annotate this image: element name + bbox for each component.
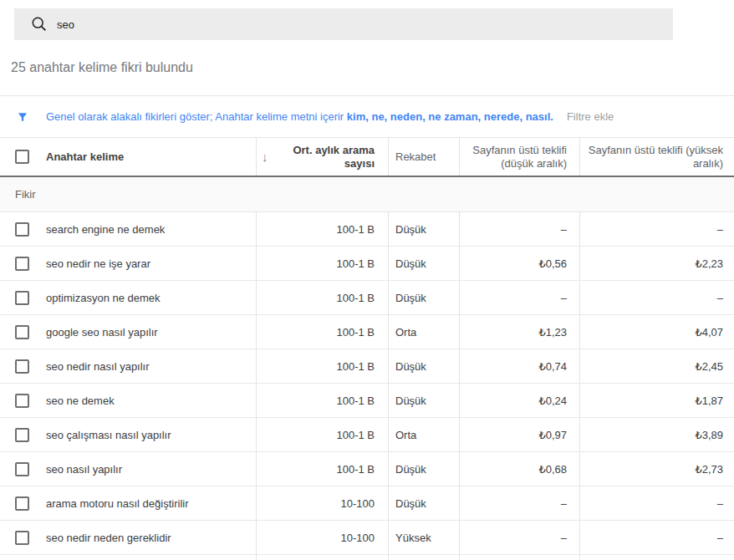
- keyword-cell: seo çalışması nasıl yapılır: [46, 429, 171, 441]
- keyword-cell: seo ne demek: [46, 395, 115, 407]
- competition-cell: Düşük: [395, 463, 426, 476]
- row-checkbox[interactable]: [15, 291, 29, 305]
- header-avg-monthly-searches-label[interactable]: Ort. aylık arama sayısı: [268, 144, 375, 171]
- search-input[interactable]: [57, 18, 592, 31]
- table-row[interactable]: seo çalışması nasıl yapılır 100-1 B Orta…: [0, 418, 734, 452]
- filter-funnel-icon: [17, 111, 28, 123]
- competition-cell: Düşük: [395, 292, 426, 304]
- bid-low-cell: ₺0,56: [538, 257, 567, 270]
- competition-cell: Düşük: [395, 257, 426, 270]
- row-checkbox[interactable]: [15, 531, 29, 545]
- competition-cell: Düşük: [395, 360, 426, 373]
- keyword-cell: seo nasıl yapılır: [46, 463, 122, 476]
- row-checkbox[interactable]: [15, 257, 29, 271]
- keyword-cell: seo nedir ne işe yarar: [46, 257, 150, 270]
- avg-monthly-searches-cell: 100-1 B: [336, 360, 375, 373]
- header-keyword-label[interactable]: Anahtar kelime: [46, 150, 124, 163]
- sort-descending-icon[interactable]: ↓: [262, 150, 268, 164]
- bid-low-cell: ₺1,23: [538, 326, 567, 339]
- header-bid-high-label[interactable]: Sayfanın üstü teklifi (yüksek aralık): [580, 144, 723, 171]
- filter-bar: Genel olarak alakalı fikirleri göster; A…: [0, 96, 734, 137]
- keyword-cell: optimizasyon ne demek: [46, 292, 161, 304]
- row-checkbox[interactable]: [15, 359, 29, 374]
- table-row[interactable]: search engine ne demek 100-1 B Düşük – –: [0, 212, 734, 247]
- partial-next-row: [0, 555, 734, 560]
- bid-high-cell: –: [717, 532, 723, 544]
- table-row[interactable]: arama motoru nasıl değiştirilir 10-100 D…: [0, 486, 734, 521]
- search-icon: [31, 16, 48, 33]
- header-cell-bid-low: Sayfanın üstü teklifi (düşük aralık): [459, 138, 579, 176]
- keyword-cell: arama motoru nasıl değiştirilir: [46, 497, 189, 510]
- header-cell-keyword: Anahtar kelime: [0, 138, 256, 176]
- row-checkbox[interactable]: [15, 428, 29, 442]
- row-checkbox[interactable]: [15, 462, 29, 476]
- header-cell-bid-high: Sayfanın üstü teklifi (yüksek aralık): [579, 138, 734, 176]
- results-summary-row: 25 anahtar kelime fikri bulundu: [0, 40, 734, 96]
- competition-cell: Orta: [395, 326, 416, 339]
- bid-high-cell: ₺2,45: [695, 360, 723, 373]
- header-bid-low-label[interactable]: Sayfanın üstü teklifi (düşük aralık): [460, 144, 567, 171]
- active-filters-keywords: kim, ne, neden, ne zaman, nerede, nasıl.: [347, 110, 553, 123]
- bid-high-cell: ₺3,89: [695, 429, 723, 441]
- bid-low-cell: –: [561, 292, 567, 304]
- keyword-cell: google seo nasıl yapılır: [46, 326, 158, 339]
- bid-high-cell: ₺2,23: [695, 257, 723, 270]
- row-checkbox[interactable]: [15, 394, 29, 408]
- avg-monthly-searches-cell: 100-1 B: [336, 223, 375, 236]
- table-header-row: Anahtar kelime ↓ Ort. aylık arama sayısı…: [0, 138, 734, 177]
- keyword-cell: search engine ne demek: [46, 223, 165, 236]
- avg-monthly-searches-cell: 100-1 B: [336, 257, 375, 270]
- avg-monthly-searches-cell: 100-1 B: [336, 395, 375, 407]
- active-filters[interactable]: Genel olarak alakalı fikirleri göster; A…: [46, 110, 553, 123]
- bid-low-cell: ₺0,24: [538, 395, 567, 407]
- table-row[interactable]: seo nedir neden gereklidir 10-100 Yüksek…: [0, 521, 734, 555]
- competition-cell: Düşük: [395, 497, 426, 510]
- results-summary-text: 25 anahtar kelime fikri bulundu: [11, 60, 193, 75]
- bid-high-cell: –: [717, 223, 723, 236]
- row-checkbox[interactable]: [15, 496, 29, 511]
- table-section-row: Fikir: [0, 177, 734, 212]
- active-filters-text: Genel olarak alakalı fikirleri göster; A…: [46, 110, 344, 123]
- table-row[interactable]: seo nedir nasıl yapılır 100-1 B Düşük ₺0…: [0, 349, 734, 384]
- bid-low-cell: –: [561, 497, 567, 510]
- avg-monthly-searches-cell: 10-100: [341, 497, 375, 510]
- bid-low-cell: ₺0,97: [538, 429, 567, 441]
- section-label: Fikir: [15, 188, 36, 201]
- avg-monthly-searches-cell: 100-1 B: [336, 429, 375, 441]
- keyword-planner-page: { "search": { "value": "seo" }, "results…: [0, 0, 734, 560]
- bid-low-cell: ₺0,74: [538, 360, 567, 373]
- header-cell-competition: Rekabet: [388, 138, 459, 176]
- row-checkbox[interactable]: [15, 222, 29, 237]
- table-row[interactable]: optimizasyon ne demek 100-1 B Düşük – –: [0, 281, 734, 315]
- header-competition-label[interactable]: Rekabet: [395, 150, 436, 163]
- avg-monthly-searches-cell: 100-1 B: [336, 326, 375, 339]
- keyword-ideas-table: Anahtar kelime ↓ Ort. aylık arama sayısı…: [0, 137, 734, 560]
- bid-low-cell: –: [561, 223, 567, 236]
- table-body: search engine ne demek 100-1 B Düşük – –…: [0, 212, 734, 555]
- competition-cell: Düşük: [395, 395, 426, 407]
- bid-high-cell: –: [717, 497, 723, 510]
- header-cell-avg-monthly-searches: ↓ Ort. aylık arama sayısı: [256, 138, 388, 176]
- competition-cell: Düşük: [395, 223, 426, 236]
- avg-monthly-searches-cell: 10-100: [341, 532, 375, 544]
- bid-high-cell: ₺4,07: [695, 326, 723, 339]
- bid-high-cell: ₺2,73: [695, 463, 723, 476]
- search-bar: [14, 8, 673, 40]
- competition-cell: Yüksek: [395, 532, 431, 544]
- row-checkbox[interactable]: [15, 325, 29, 339]
- table-row[interactable]: seo nedir ne işe yarar 100-1 B Düşük ₺0,…: [0, 247, 734, 281]
- keyword-cell: seo nedir neden gereklidir: [46, 532, 171, 544]
- bid-high-cell: –: [717, 292, 723, 304]
- table-row[interactable]: seo ne demek 100-1 B Düşük ₺0,24 ₺1,87: [0, 384, 734, 418]
- main-content: 25 anahtar kelime fikri bulundu Genel ol…: [0, 40, 734, 560]
- bid-low-cell: –: [561, 532, 567, 544]
- avg-monthly-searches-cell: 100-1 B: [336, 463, 375, 476]
- add-filter-button[interactable]: Filtre ekle: [567, 110, 614, 123]
- table-row[interactable]: seo nasıl yapılır 100-1 B Düşük ₺0,68 ₺2…: [0, 452, 734, 486]
- avg-monthly-searches-cell: 100-1 B: [336, 292, 375, 304]
- bid-high-cell: ₺1,87: [695, 395, 723, 407]
- select-all-checkbox[interactable]: [15, 150, 29, 164]
- bid-low-cell: ₺0,68: [538, 463, 567, 476]
- table-row[interactable]: google seo nasıl yapılır 100-1 B Orta ₺1…: [0, 315, 734, 349]
- keyword-cell: seo nedir nasıl yapılır: [46, 360, 150, 373]
